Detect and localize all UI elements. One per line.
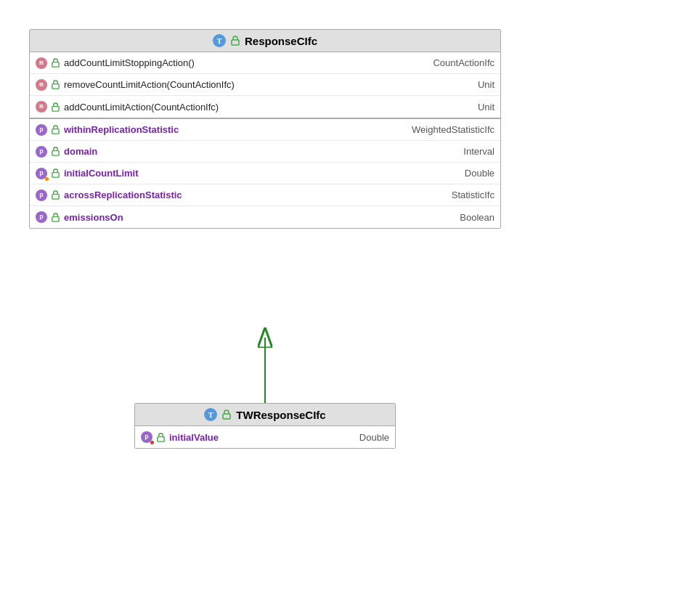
tw-properties-section: p initialValue Double bbox=[135, 426, 395, 448]
lock-icon-m3 bbox=[51, 102, 60, 112]
svg-rect-7 bbox=[52, 195, 59, 200]
method-row-3: m addCountLimitAction(CountActionIfc) Un… bbox=[30, 96, 500, 118]
lock-icon-p4 bbox=[51, 190, 60, 200]
prop-name-4: acrossReplicationStatistic bbox=[64, 189, 448, 200]
svg-rect-1 bbox=[52, 62, 59, 68]
diagram-canvas: T ResponseCIfc m addCountLimitStoppingAc… bbox=[0, 0, 700, 591]
method-row-2: m removeCountLimitAction(CountActionIfc)… bbox=[30, 74, 500, 96]
class-header-twresponsecIfc: T TWResponseCIfc bbox=[135, 404, 395, 426]
visibility-icon-p5: p bbox=[36, 211, 47, 223]
svg-rect-5 bbox=[52, 151, 59, 156]
class-twresponsecIfc: T TWResponseCIfc p initialValue Double bbox=[134, 403, 396, 449]
method-icon: m bbox=[36, 57, 47, 69]
visibility-icon-tw-p1: p bbox=[141, 431, 152, 443]
dot-indicator-tw1 bbox=[150, 441, 154, 444]
class-responsecIfc: T ResponseCIfc m addCountLimitStoppingAc… bbox=[29, 29, 501, 229]
visibility-icon-m2: m bbox=[36, 79, 47, 91]
prop-name-3: initialCountLimit bbox=[64, 168, 461, 179]
svg-rect-0 bbox=[232, 40, 239, 45]
tw-prop-type-1: Double bbox=[359, 432, 389, 443]
lock-icon-m1 bbox=[51, 58, 60, 68]
method-icon-3: m bbox=[36, 101, 47, 113]
prop-name-5: emissionsOn bbox=[64, 212, 456, 223]
visibility-icon-p2: p bbox=[36, 146, 47, 158]
svg-rect-12 bbox=[158, 436, 164, 441]
prop-type-5: Boolean bbox=[460, 212, 495, 223]
tw-prop-name-1: initialValue bbox=[169, 432, 356, 443]
class-header-responsecIfc: T ResponseCIfc bbox=[30, 30, 500, 52]
prop-type-2: Interval bbox=[463, 146, 495, 157]
methods-section: m addCountLimitStoppingAction() CountAct… bbox=[30, 52, 500, 118]
method-icon-2: m bbox=[36, 79, 47, 91]
visibility-icon-m1: m bbox=[36, 57, 47, 69]
visibility-icon-p1: p bbox=[36, 124, 47, 136]
svg-rect-2 bbox=[52, 84, 59, 89]
prop-icon-4: p bbox=[36, 189, 47, 201]
svg-rect-6 bbox=[52, 173, 59, 178]
method-type-2: Unit bbox=[478, 79, 495, 90]
visibility-icon-m3: m bbox=[36, 101, 47, 113]
svg-rect-8 bbox=[52, 216, 59, 221]
method-row-1: m addCountLimitStoppingAction() CountAct… bbox=[30, 52, 500, 74]
prop-name-2: domain bbox=[64, 146, 460, 157]
lock-icon-tw-p1 bbox=[156, 433, 166, 442]
lock-icon-p1 bbox=[51, 125, 60, 134]
visibility-icon-p3: p bbox=[36, 168, 47, 179]
type-icon-tw: T bbox=[204, 408, 217, 421]
properties-section: p withinReplicationStatistic WeightedSta… bbox=[30, 118, 500, 228]
prop-type-3: Double bbox=[465, 168, 495, 179]
svg-rect-3 bbox=[52, 106, 59, 111]
visibility-icon-p4: p bbox=[36, 189, 47, 201]
prop-row-1: p withinReplicationStatistic WeightedSta… bbox=[30, 119, 500, 141]
prop-row-3: p initialCountLimit Double bbox=[30, 163, 500, 184]
lock-icon bbox=[230, 36, 240, 46]
method-type-1: CountActionIfc bbox=[433, 57, 495, 68]
method-type-3: Unit bbox=[478, 102, 495, 113]
type-icon: T bbox=[213, 34, 226, 47]
prop-type-4: StatisticIfc bbox=[452, 189, 495, 200]
prop-row-2: p domain Interval bbox=[30, 141, 500, 163]
method-name-3: addCountLimitAction(CountActionIfc) bbox=[64, 102, 474, 113]
prop-icon-5: p bbox=[36, 211, 47, 223]
lock-icon-p5 bbox=[51, 213, 60, 222]
lock-icon-p2 bbox=[51, 147, 60, 156]
lock-icon-tw bbox=[221, 409, 232, 420]
prop-row-5: p emissionsOn Boolean bbox=[30, 206, 500, 228]
class-name-twresponsecIfc: TWResponseCIfc bbox=[236, 409, 325, 421]
svg-rect-4 bbox=[52, 129, 59, 134]
class-name-responsecIfc: ResponseCIfc bbox=[245, 35, 317, 47]
prop-icon-2: p bbox=[36, 146, 47, 158]
prop-type-1: WeightedStatisticIfc bbox=[412, 124, 495, 135]
method-name-1: addCountLimitStoppingAction() bbox=[64, 57, 429, 68]
lock-icon-p3 bbox=[51, 168, 60, 178]
lock-icon-m2 bbox=[51, 80, 60, 89]
method-name-2: removeCountLimitAction(CountActionIfc) bbox=[64, 79, 474, 90]
prop-name-1: withinReplicationStatistic bbox=[64, 124, 408, 135]
tw-prop-row-1: p initialValue Double bbox=[135, 426, 395, 448]
prop-row-4: p acrossReplicationStatistic StatisticIf… bbox=[30, 184, 500, 206]
dot-indicator-3 bbox=[45, 177, 49, 181]
prop-icon-1: p bbox=[36, 124, 47, 136]
svg-rect-11 bbox=[223, 414, 230, 419]
